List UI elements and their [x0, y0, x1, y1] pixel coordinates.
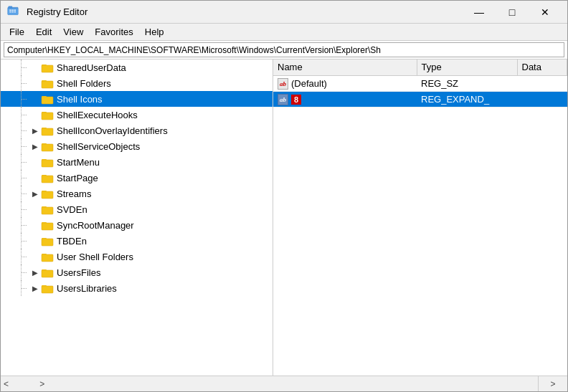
address-bar [1, 41, 567, 59]
item-label: Shell Folders [57, 78, 111, 89]
item-label: ShellExecuteHooks [57, 110, 138, 120]
close-button[interactable]: ✕ [529, 1, 562, 24]
scroll-right-arrow[interactable]: > [39, 379, 44, 389]
tree-item-shellserviceobjects[interactable]: ▶ ShellServiceObjects [1, 138, 273, 154]
svg-rect-34 [42, 191, 47, 193]
scroll-right2-arrow[interactable]: > [550, 379, 555, 389]
detail-pane[interactable]: Name Type Data ab (Default) REG_SZ [273, 59, 567, 376]
expand-icon-chevron[interactable]: ▶ [29, 267, 41, 278]
folder-icon [41, 188, 54, 199]
col-header-name[interactable]: Name [273, 59, 417, 75]
svg-rect-6 [9, 11, 11, 12]
item-label: User Shell Folders [57, 252, 133, 262]
tree-item-shelliconoverlayidentifiers[interactable]: ▶ ShellIconOverlayIdentifiers [1, 123, 273, 138]
expand-icon [29, 235, 41, 247]
svg-rect-52 [42, 285, 47, 287]
folder-icon [41, 235, 54, 247]
tree-item-shareduserdata[interactable]: SharedUserData [1, 59, 273, 75]
item-label: SharedUserData [57, 62, 126, 73]
tree-item-syncrootmanager[interactable]: SyncRootManager [1, 217, 273, 233]
svg-rect-31 [42, 175, 47, 177]
tree-pane[interactable]: SharedUserData Shell Folders [1, 59, 273, 376]
svg-rect-10 [42, 64, 47, 67]
folder-icon [41, 282, 54, 294]
status-bar: < > > [1, 376, 567, 391]
item-label: TBDEn [57, 236, 87, 247]
svg-rect-46 [42, 254, 47, 256]
tree-item-startpage[interactable]: StartPage [1, 170, 273, 186]
expand-icon [29, 156, 41, 168]
tree-item-usershellfolders[interactable]: User Shell Folders [1, 249, 273, 264]
window-controls: — □ ✕ [463, 1, 562, 24]
menu-favorites[interactable]: Favorites [89, 25, 138, 39]
cell-name: ab 8 [273, 91, 417, 107]
tree-item-svden[interactable]: SVDEn [1, 201, 273, 217]
tree-item-streams[interactable]: ▶ Streams [1, 186, 273, 201]
folder-icon [41, 267, 54, 278]
expand-icon [29, 93, 41, 105]
svg-rect-4 [11, 9, 13, 11]
col-header-type[interactable]: Type [417, 59, 517, 75]
expand-icon-chevron[interactable]: ▶ [29, 125, 41, 136]
svg-rect-28 [42, 159, 47, 161]
tree-item-userslibraries[interactable]: ▶ UsersLibraries [1, 280, 273, 296]
table-row[interactable]: ab (Default) REG_SZ [273, 75, 567, 91]
item-label: Shell Icons [57, 94, 103, 105]
folder-icon [41, 172, 54, 183]
folder-icon [41, 204, 54, 215]
expand-icon [29, 77, 41, 89]
maximize-button[interactable]: □ [496, 1, 529, 24]
menu-file[interactable]: File [4, 25, 30, 39]
item-label: ShellServiceObjects [57, 141, 140, 152]
tree-item-usersfiles[interactable]: ▶ UsersFiles [1, 264, 273, 280]
item-label: SVDEn [57, 204, 87, 215]
svg-rect-19 [42, 112, 47, 114]
tree-item-startmenu[interactable]: StartMenu [1, 154, 273, 170]
cell-name: ab (Default) [273, 75, 417, 91]
item-label: StartPage [57, 173, 98, 183]
menu-view[interactable]: View [57, 25, 89, 39]
svg-rect-37 [42, 206, 47, 209]
tree-item-shellicons[interactable]: Shell Icons [1, 91, 273, 107]
folder-icon [41, 77, 54, 89]
folder-icon [41, 140, 54, 152]
folder-icon [41, 93, 54, 105]
scroll-left-arrow[interactable]: < [4, 379, 9, 389]
item-label: Streams [57, 188, 91, 199]
expand-icon-chevron[interactable]: ▶ [29, 140, 41, 152]
app-icon [6, 5, 21, 19]
tree-item-shellfolders[interactable]: Shell Folders [1, 75, 273, 91]
cell-data [517, 91, 567, 107]
status-right: > [539, 376, 567, 391]
cell-type: REG_SZ [417, 75, 517, 91]
window-title: Registry Editor [27, 6, 463, 17]
svg-rect-43 [42, 238, 47, 240]
expand-icon [29, 109, 41, 120]
tree-item-tbden[interactable]: TBDEn [1, 233, 273, 249]
ab-icon: ab [278, 94, 288, 105]
menu-help[interactable]: Help [139, 25, 170, 39]
expand-icon-chevron[interactable]: ▶ [29, 188, 41, 199]
table-row[interactable]: ab 8 REG_EXPAND_ [273, 91, 567, 107]
col-header-data[interactable]: Data [517, 59, 567, 75]
expand-icon-chevron[interactable]: ▶ [29, 282, 41, 294]
badge-8: 8 [291, 95, 301, 105]
svg-rect-3 [9, 9, 11, 11]
detail-table: Name Type Data ab (Default) REG_SZ [273, 59, 567, 107]
expand-icon [29, 219, 41, 231]
svg-rect-49 [42, 269, 47, 272]
folder-icon [41, 125, 54, 136]
svg-rect-22 [42, 128, 47, 130]
status-left: < > [1, 376, 539, 391]
svg-rect-16 [42, 96, 47, 98]
svg-rect-5 [14, 9, 16, 11]
item-label: SyncRootManager [57, 220, 134, 231]
expand-icon [29, 251, 41, 262]
address-input[interactable] [4, 42, 564, 57]
folder-icon [41, 219, 54, 231]
minimize-button[interactable]: — [463, 1, 496, 24]
tree-item-shellexecutehooks[interactable]: ShellExecuteHooks [1, 107, 273, 123]
registry-editor-window: Registry Editor — □ ✕ File Edit View Fav… [0, 0, 568, 392]
item-label: UsersLibraries [57, 283, 117, 294]
menu-edit[interactable]: Edit [30, 25, 57, 39]
